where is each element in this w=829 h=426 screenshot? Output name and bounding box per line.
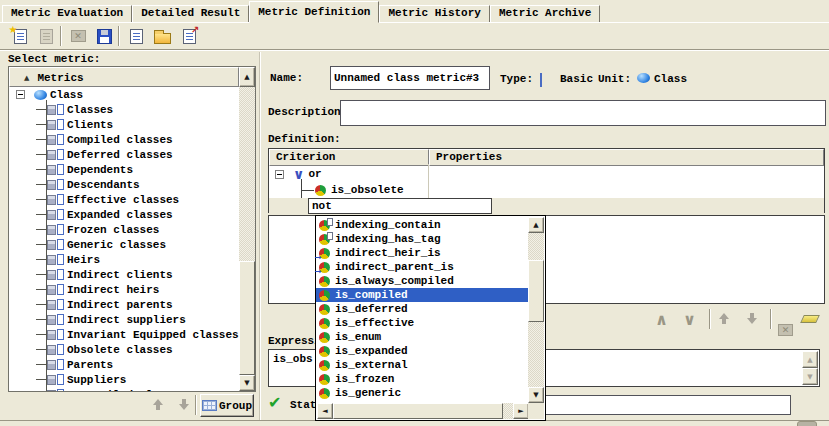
move-down-button[interactable] [176, 396, 192, 412]
sort-ascending-icon: ▲ [24, 74, 29, 82]
collapse-icon[interactable] [16, 90, 25, 99]
criterion-pie-icon [319, 388, 330, 399]
unit-label: Unit: [598, 73, 631, 85]
dropdown-hscrollbar-track[interactable] [503, 403, 513, 419]
tab-metric-definition[interactable]: Metric Definition [249, 1, 379, 23]
tree-scroll-down-button[interactable]: ▼ [239, 375, 255, 391]
tree-item[interactable]: Suppliers [9, 372, 239, 387]
scroll-up-icon: ▲ [533, 221, 538, 229]
toolbar-divider [0, 49, 829, 51]
tree-item[interactable]: Effective classes [9, 192, 239, 207]
criterion-edit-box[interactable]: not [308, 198, 492, 214]
dropdown-scroll-down-button[interactable]: ▼ [528, 387, 544, 403]
tree-item[interactable]: Descendants [9, 177, 239, 192]
criterion-move-down-button[interactable] [744, 310, 760, 326]
tree-item[interactable]: Obsolete classes [9, 342, 239, 357]
tree-item[interactable]: Heirs [9, 252, 239, 267]
tree-item[interactable]: Indirect parents [9, 297, 239, 312]
dropdown-item[interactable]: indexing_has_tag [316, 232, 528, 246]
tree-item[interactable]: Dependents [9, 162, 239, 177]
erase-criterion-button[interactable] [800, 315, 820, 323]
dropdown-item[interactable]: is_enum [316, 330, 528, 344]
tree-scroll-up-button[interactable]: ▲ [239, 67, 255, 87]
open-metric-file-button[interactable] [150, 25, 174, 47]
tree-root-class[interactable]: Class [9, 87, 239, 102]
metric-icon [47, 329, 64, 341]
dropdown-item[interactable]: is_generic [316, 386, 528, 400]
dropdown-item[interactable]: is_expanded [316, 344, 528, 358]
new-metric-button[interactable]: ★ [8, 25, 32, 47]
criterion-pie-icon [319, 360, 330, 371]
tab-metric-evaluation[interactable]: Metric Evaluation [2, 5, 132, 22]
tree-item[interactable]: Indirect heirs [9, 282, 239, 297]
criterion-row-is-obsolete[interactable]: is_obsolete [269, 182, 824, 198]
description-input[interactable] [340, 100, 826, 126]
dropdown-item[interactable]: is_effective [316, 316, 528, 330]
dropdown-hscrollbar-thumb[interactable] [333, 403, 503, 419]
copy-metric-button[interactable] [34, 25, 58, 47]
metric-icon [47, 134, 64, 146]
dropdown-scroll-left-button[interactable]: ◄ [317, 403, 333, 419]
name-label: Name: [270, 72, 303, 84]
tree-item[interactable]: Indirect clients [9, 267, 239, 282]
tree-item[interactable]: Parents [9, 357, 239, 372]
criterion-label: or [308, 168, 321, 180]
tree-scrollbar-track[interactable] [239, 87, 255, 261]
insert-and-button[interactable]: ∧ [655, 312, 668, 328]
tab-metric-history[interactable]: Metric History [379, 5, 489, 22]
comment-icon[interactable] [797, 421, 817, 426]
tab-metric-archive[interactable]: Metric Archive [490, 5, 600, 22]
tree-item[interactable]: Frozen classes [9, 222, 239, 237]
name-input[interactable] [330, 66, 490, 90]
metric-icon [47, 164, 64, 176]
metric-icon [47, 239, 64, 251]
tree-item[interactable]: Invariant Equipped classes [9, 327, 239, 342]
tree-item[interactable]: Clients [9, 117, 239, 132]
criterion-row-or[interactable]: ∨ or [269, 166, 824, 182]
tree-item[interactable]: Expanded classes [9, 207, 239, 222]
dropdown-item[interactable]: →indirect_heir_is [316, 246, 528, 260]
tree-item[interactable]: Compiled classes [9, 132, 239, 147]
export-metrics-button[interactable]: ↗ [177, 25, 201, 47]
dropdown-item[interactable]: is_frozen [316, 372, 528, 386]
tree-item-clipped[interactable]: Uncompiled classes [9, 387, 239, 391]
panel-splitter[interactable] [259, 52, 261, 420]
delete-metric-button[interactable]: ✕ [66, 25, 90, 47]
tree-header[interactable]: ▲ Metrics [9, 67, 239, 87]
group-button[interactable]: Group [200, 394, 254, 417]
move-up-button[interactable] [150, 396, 166, 412]
remove-criterion-button[interactable]: ✕ [778, 324, 793, 336]
dropdown-item[interactable]: →indirect_parent_is [316, 260, 528, 274]
expression-scroll-down-button[interactable]: ▼ [802, 368, 818, 385]
manage-metrics-button[interactable] [124, 25, 148, 47]
type-label: Type: [500, 73, 533, 85]
dropdown-scroll-up-button[interactable]: ▲ [528, 217, 544, 233]
manage-metrics-icon [130, 29, 143, 44]
tree-item[interactable]: Generic classes [9, 237, 239, 252]
tab-detailed-result[interactable]: Detailed Result [132, 5, 249, 22]
expression-scroll-up-button[interactable]: ▲ [802, 351, 818, 368]
scrollbar-corner [528, 403, 544, 419]
metric-icon [47, 389, 64, 392]
dropdown-item[interactable]: indexing_contain [316, 218, 528, 232]
criterion-pie-icon [315, 185, 326, 196]
expression-text: is_obs [273, 353, 313, 365]
tree-item[interactable]: Indirect suppliers [9, 312, 239, 327]
properties-column-header[interactable]: Properties [429, 149, 824, 166]
criterion-move-up-button[interactable] [716, 310, 732, 326]
criterion-column-header[interactable]: Criterion [269, 149, 429, 166]
tree-item[interactable]: Deferred classes [9, 147, 239, 162]
save-metric-button[interactable] [92, 25, 116, 47]
dropdown-scroll-right-button[interactable]: ► [513, 403, 529, 419]
dropdown-item-selected[interactable]: is_compiled [316, 288, 528, 302]
dropdown-scrollbar-thumb[interactable] [528, 260, 544, 322]
tree-scrollbar-thumb[interactable] [239, 261, 255, 375]
dropdown-item[interactable]: is_always_compiled [316, 274, 528, 288]
collapse-icon[interactable] [275, 170, 284, 179]
metric-icon [47, 374, 64, 386]
insert-or-button[interactable]: ∨ [683, 312, 696, 328]
dropdown-item[interactable]: is_external [316, 358, 528, 372]
tree-item[interactable]: Classes [9, 102, 239, 117]
dropdown-item[interactable]: is_deferred [316, 302, 528, 316]
criterion-pie-icon [319, 318, 330, 329]
